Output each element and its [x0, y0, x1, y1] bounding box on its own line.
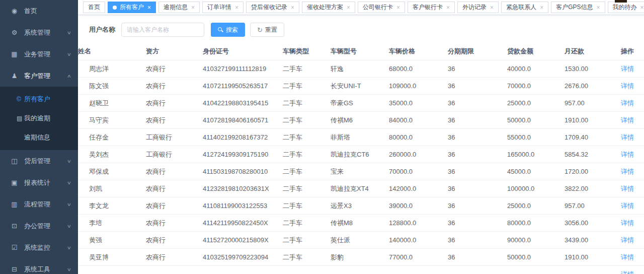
tab[interactable]: 首页 — [83, 2, 105, 13]
close-icon[interactable]: × — [490, 5, 494, 11]
detail-link[interactable]: 详情 — [621, 99, 634, 107]
cell-term: 36 — [448, 180, 507, 197]
detail-link[interactable]: 详情 — [621, 168, 634, 175]
close-icon[interactable]: × — [640, 5, 644, 11]
submenu-label: 逾期信息 — [24, 133, 50, 142]
cell-id-number: 410327199111112819 — [203, 60, 283, 78]
detail-link[interactable]: 详情 — [621, 202, 634, 210]
cell-vehicle-price: 68000.0 — [389, 60, 448, 78]
cell-vehicle-type: 二手车 — [283, 60, 331, 78]
cell-name: 陈文强 — [78, 78, 146, 95]
sidebar-item-office[interactable]: ⊡ 办公管理 ∨ — [0, 215, 78, 237]
sidebar-item-business[interactable]: ▦ 业务管理 ∨ — [0, 43, 78, 65]
cell-funder: 农商行 — [146, 197, 203, 215]
cell-monthly-payment: 5854.32 — [565, 146, 610, 163]
cell-vehicle-model: 凯迪拉克CT6 — [331, 146, 389, 163]
cell-vehicle-model: 英仕派 — [331, 232, 389, 249]
cell-loan-amount: 165000.0 — [507, 146, 565, 163]
detail-link[interactable]: 详情 — [621, 82, 634, 90]
menu-label: 系统监控 — [24, 243, 67, 252]
close-icon[interactable]: × — [347, 5, 350, 11]
chevron-down-icon: ∨ — [67, 180, 71, 185]
cell-term: 36 — [448, 129, 507, 146]
tab[interactable]: 外访记录 × — [457, 2, 499, 13]
cell-vehicle-type: 二手车 — [283, 95, 331, 112]
cell-term: 36 — [448, 78, 507, 95]
tab[interactable]: 公司银行卡 × — [358, 2, 405, 13]
column-header: 车辆类型 — [283, 43, 331, 60]
cell-funder: 工商银行 — [146, 146, 203, 163]
column-header: 分期期限 — [448, 43, 507, 60]
detail-link[interactable]: 详情 — [621, 185, 634, 192]
cell-name: 马守宾 — [78, 112, 146, 129]
table-row: 刘凯 农商行 41232819810203631X 二手车 凯迪拉克XT4 14… — [78, 180, 644, 197]
sidebar-item-customer[interactable]: ♟ 客户管理 ∧ — [0, 65, 78, 87]
detail-link[interactable]: 详情 — [621, 133, 634, 141]
cell-vehicle-price: 128800.0 — [389, 215, 448, 232]
sidebar-item-process[interactable]: ▥ 流程管理 ∨ — [0, 193, 78, 215]
close-icon[interactable]: × — [147, 5, 151, 11]
close-icon[interactable]: × — [291, 5, 294, 11]
cell-funder: 农商行 — [146, 112, 203, 129]
grid-icon: ▦ — [10, 50, 19, 58]
tab[interactable]: 订单详情 × — [202, 2, 244, 13]
cell-vehicle-model: 长安UNI-T — [331, 78, 389, 95]
cell-loan-amount — [507, 266, 565, 274]
close-icon[interactable]: × — [446, 5, 450, 11]
chevron-down-icon: ∨ — [67, 52, 71, 57]
tab-label: 客户GPS信息 — [556, 3, 593, 12]
detail-link[interactable]: 详情 — [621, 65, 634, 73]
search-button[interactable]: 搜索 — [211, 23, 245, 37]
sidebar-subitem-my-overdue[interactable]: ▤ 我的逾期 — [0, 109, 78, 128]
sidebar-item-reports[interactable]: ▣ 报表统计 ∨ — [0, 172, 78, 193]
menu-label: 系统工具 — [24, 265, 67, 274]
detail-link[interactable]: 详情 — [621, 253, 634, 261]
detail-link[interactable]: 详情 — [621, 236, 634, 244]
cell-funder: 农商行 — [146, 95, 203, 112]
reset-button[interactable]: ↻ 重置 — [250, 23, 284, 37]
cell-id-number: 41232819810203631X — [203, 180, 283, 197]
cell-loan-amount: 100000.0 — [507, 180, 565, 197]
submenu-label: 我的逾期 — [24, 114, 50, 123]
sidebar-subitem-overdue-info[interactable]: 逾期信息 — [0, 128, 78, 147]
close-icon[interactable]: × — [235, 5, 238, 11]
tab[interactable]: 贷后催收记录 × — [246, 2, 299, 13]
cell-id-number: 411081199003122553 — [203, 197, 283, 215]
detail-link[interactable]: 详情 — [621, 219, 634, 227]
close-icon[interactable]: × — [396, 5, 400, 11]
sidebar-item-home[interactable]: ◉ 首页 — [0, 0, 78, 22]
customer-name-input[interactable] — [121, 23, 204, 37]
detail-link[interactable]: 详情 — [621, 151, 634, 158]
tab[interactable]: 所有客户 × — [108, 2, 156, 13]
cell-vehicle-type — [283, 266, 331, 274]
close-icon[interactable]: × — [191, 5, 195, 11]
detail-link[interactable]: 详情 — [621, 270, 634, 274]
sidebar-item-tools[interactable]: ⊟ 系统工具 ∨ — [0, 258, 78, 274]
office-icon: ⊡ — [10, 222, 19, 230]
cell-loan-amount: 80000.0 — [507, 215, 565, 232]
cell-vehicle-type: 二手车 — [283, 197, 331, 215]
sidebar-subitem-all-customers[interactable]: © 所有客户 — [0, 90, 78, 109]
sidebar-item-monitor[interactable]: ☑ 系统监控 ∨ — [0, 237, 78, 258]
tab[interactable]: 逾期信息 × — [158, 2, 200, 13]
cell-term: 36 — [448, 232, 507, 249]
sidebar-item-system[interactable]: ⚙ 系统管理 ∨ — [0, 22, 78, 43]
tab-label: 逾期信息 — [164, 3, 188, 12]
sidebar-item-postloan[interactable]: ◫ 贷后管理 ∨ — [0, 150, 78, 172]
chevron-down-icon: ∨ — [67, 202, 71, 207]
close-icon[interactable]: × — [540, 5, 543, 11]
chevron-down-icon: ∨ — [67, 224, 71, 229]
detail-link[interactable]: 详情 — [621, 116, 634, 124]
tab[interactable]: 客户银行卡 × — [408, 2, 455, 13]
close-icon[interactable]: × — [596, 5, 600, 11]
tab[interactable]: 紧急联系人 × — [501, 2, 548, 13]
sidebar-menu-top: ◉ 首页 ⚙ 系统管理 ∨ ▦ 业务管理 ∨ ♟ 客户管理 ∧ — [0, 0, 78, 87]
dashboard-icon: ◉ — [10, 7, 19, 15]
tab[interactable]: 客户GPS信息 × — [551, 2, 605, 13]
tab[interactable]: 我的待办 × — [608, 2, 644, 13]
tab[interactable]: 催收处理方案 × — [302, 2, 355, 13]
cell-vehicle-type: 二手车 — [283, 78, 331, 95]
cell-term: 36 — [448, 146, 507, 163]
customer-badge-icon: © — [17, 96, 24, 103]
cell-funder: 农商行 — [146, 180, 203, 197]
